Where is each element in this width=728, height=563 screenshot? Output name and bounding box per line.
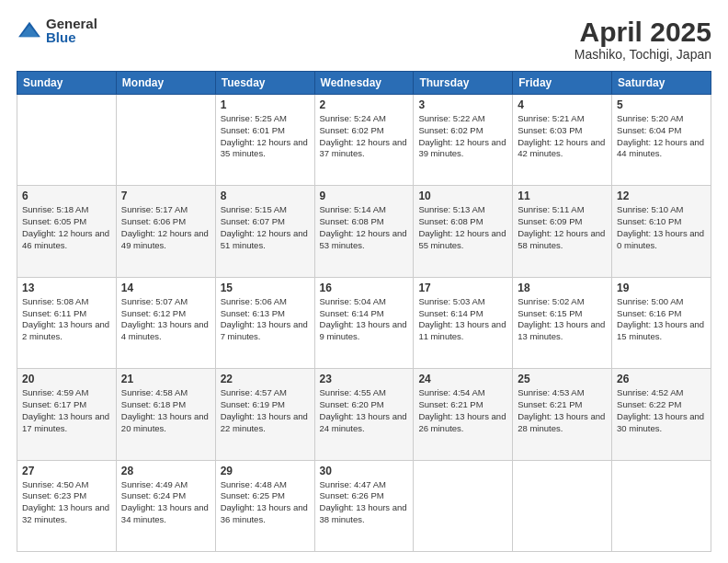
day-number: 23 (320, 373, 409, 385)
day-info: Sunrise: 4:57 AMSunset: 6:19 PMDaylight:… (221, 387, 310, 434)
table-row (116, 95, 215, 186)
calendar-table: SundayMondayTuesdayWednesdayThursdayFrid… (17, 71, 711, 552)
day-number: 12 (617, 190, 706, 202)
day-info: Sunrise: 5:24 AMSunset: 6:02 PMDaylight:… (320, 113, 409, 160)
header-friday: Friday (513, 72, 612, 95)
table-row: 21Sunrise: 4:58 AMSunset: 6:18 PMDayligh… (116, 369, 215, 460)
table-row: 30Sunrise: 4:47 AMSunset: 6:26 PMDayligh… (314, 460, 414, 551)
day-info: Sunrise: 5:22 AMSunset: 6:02 PMDaylight:… (418, 113, 507, 160)
day-info: Sunrise: 5:03 AMSunset: 6:14 PMDaylight:… (418, 296, 507, 343)
week-row-3: 13Sunrise: 5:08 AMSunset: 6:11 PMDayligh… (17, 277, 711, 368)
day-number: 26 (617, 373, 706, 385)
table-row: 7Sunrise: 5:17 AMSunset: 6:06 PMDaylight… (116, 186, 215, 277)
table-row: 5Sunrise: 5:20 AMSunset: 6:04 PMDaylight… (612, 95, 711, 186)
table-row: 17Sunrise: 5:03 AMSunset: 6:14 PMDayligh… (414, 277, 513, 368)
day-info: Sunrise: 4:54 AMSunset: 6:21 PMDaylight:… (418, 387, 507, 434)
table-row: 19Sunrise: 5:00 AMSunset: 6:16 PMDayligh… (612, 277, 711, 368)
day-number: 3 (418, 98, 507, 111)
day-info: Sunrise: 5:02 AMSunset: 6:15 PMDaylight:… (518, 296, 607, 343)
header-wednesday: Wednesday (314, 72, 414, 95)
day-number: 6 (22, 190, 111, 202)
day-info: Sunrise: 4:59 AMSunset: 6:17 PMDaylight:… (22, 387, 111, 434)
table-row: 3Sunrise: 5:22 AMSunset: 6:02 PMDaylight… (414, 95, 513, 186)
table-row (414, 460, 513, 551)
day-number: 7 (121, 190, 210, 202)
day-info: Sunrise: 5:14 AMSunset: 6:08 PMDaylight:… (320, 204, 409, 251)
table-row: 20Sunrise: 4:59 AMSunset: 6:17 PMDayligh… (17, 369, 117, 460)
table-row: 28Sunrise: 4:49 AMSunset: 6:24 PMDayligh… (116, 460, 215, 551)
table-row (17, 95, 117, 186)
day-info: Sunrise: 5:15 AMSunset: 6:07 PMDaylight:… (221, 204, 310, 251)
day-number: 13 (22, 282, 111, 294)
day-number: 25 (518, 373, 607, 385)
day-info: Sunrise: 5:07 AMSunset: 6:12 PMDaylight:… (121, 296, 210, 343)
day-info: Sunrise: 5:06 AMSunset: 6:13 PMDaylight:… (221, 296, 310, 343)
day-number: 11 (518, 190, 607, 202)
header-sunday: Sunday (17, 72, 117, 95)
day-number: 22 (221, 373, 310, 385)
day-number: 24 (418, 373, 507, 385)
day-number: 17 (418, 282, 507, 294)
day-number: 21 (121, 373, 210, 385)
table-row: 27Sunrise: 4:50 AMSunset: 6:23 PMDayligh… (17, 460, 117, 551)
table-row: 10Sunrise: 5:13 AMSunset: 6:08 PMDayligh… (414, 186, 513, 277)
day-info: Sunrise: 5:11 AMSunset: 6:09 PMDaylight:… (518, 204, 607, 251)
day-info: Sunrise: 4:49 AMSunset: 6:24 PMDaylight:… (121, 479, 210, 526)
title-block: April 2025 Mashiko, Tochigi, Japan (574, 17, 711, 62)
header-monday: Monday (116, 72, 215, 95)
table-row: 8Sunrise: 5:15 AMSunset: 6:07 PMDaylight… (215, 186, 314, 277)
table-row: 18Sunrise: 5:02 AMSunset: 6:15 PMDayligh… (513, 277, 612, 368)
day-info: Sunrise: 5:13 AMSunset: 6:08 PMDaylight:… (418, 204, 507, 251)
table-row: 23Sunrise: 4:55 AMSunset: 6:20 PMDayligh… (314, 369, 414, 460)
table-row: 13Sunrise: 5:08 AMSunset: 6:11 PMDayligh… (17, 277, 117, 368)
logo-general-text: General (46, 17, 97, 30)
header-saturday: Saturday (612, 72, 711, 95)
table-row: 2Sunrise: 5:24 AMSunset: 6:02 PMDaylight… (314, 95, 414, 186)
day-number: 18 (518, 282, 607, 294)
day-info: Sunrise: 4:48 AMSunset: 6:25 PMDaylight:… (221, 479, 310, 526)
day-info: Sunrise: 4:58 AMSunset: 6:18 PMDaylight:… (121, 387, 210, 434)
week-row-1: 1Sunrise: 5:25 AMSunset: 6:01 PMDaylight… (17, 95, 711, 186)
day-info: Sunrise: 5:08 AMSunset: 6:11 PMDaylight:… (22, 296, 111, 343)
table-row (513, 460, 612, 551)
day-info: Sunrise: 4:47 AMSunset: 6:26 PMDaylight:… (320, 479, 409, 526)
day-number: 14 (121, 282, 210, 294)
day-number: 27 (22, 465, 111, 477)
table-row: 25Sunrise: 4:53 AMSunset: 6:21 PMDayligh… (513, 369, 612, 460)
table-row: 11Sunrise: 5:11 AMSunset: 6:09 PMDayligh… (513, 186, 612, 277)
calendar-subtitle: Mashiko, Tochigi, Japan (574, 47, 711, 62)
day-number: 5 (617, 98, 706, 111)
table-row: 16Sunrise: 5:04 AMSunset: 6:14 PMDayligh… (314, 277, 414, 368)
day-number: 8 (221, 190, 310, 202)
logo-text: General Blue (46, 17, 97, 44)
day-info: Sunrise: 4:52 AMSunset: 6:22 PMDaylight:… (617, 387, 706, 434)
week-row-2: 6Sunrise: 5:18 AMSunset: 6:05 PMDaylight… (17, 186, 711, 277)
page: General Blue April 2025 Mashiko, Tochigi… (0, 0, 728, 563)
header: General Blue April 2025 Mashiko, Tochigi… (17, 17, 711, 62)
logo: General Blue (17, 17, 97, 44)
table-row: 26Sunrise: 4:52 AMSunset: 6:22 PMDayligh… (612, 369, 711, 460)
day-info: Sunrise: 5:00 AMSunset: 6:16 PMDaylight:… (617, 296, 706, 343)
day-info: Sunrise: 5:10 AMSunset: 6:10 PMDaylight:… (617, 204, 706, 251)
table-row: 24Sunrise: 4:54 AMSunset: 6:21 PMDayligh… (414, 369, 513, 460)
day-number: 15 (221, 282, 310, 294)
table-row (612, 460, 711, 551)
header-tuesday: Tuesday (215, 72, 314, 95)
day-info: Sunrise: 5:17 AMSunset: 6:06 PMDaylight:… (121, 204, 210, 251)
week-row-4: 20Sunrise: 4:59 AMSunset: 6:17 PMDayligh… (17, 369, 711, 460)
header-thursday: Thursday (414, 72, 513, 95)
day-number: 20 (22, 373, 111, 385)
table-row: 4Sunrise: 5:21 AMSunset: 6:03 PMDaylight… (513, 95, 612, 186)
logo-icon (17, 20, 42, 40)
day-number: 10 (418, 190, 507, 202)
days-header-row: SundayMondayTuesdayWednesdayThursdayFrid… (17, 72, 711, 95)
calendar-body: 1Sunrise: 5:25 AMSunset: 6:01 PMDaylight… (17, 95, 711, 552)
day-info: Sunrise: 4:53 AMSunset: 6:21 PMDaylight:… (518, 387, 607, 434)
table-row: 1Sunrise: 5:25 AMSunset: 6:01 PMDaylight… (215, 95, 314, 186)
table-row: 15Sunrise: 5:06 AMSunset: 6:13 PMDayligh… (215, 277, 314, 368)
table-row: 6Sunrise: 5:18 AMSunset: 6:05 PMDaylight… (17, 186, 117, 277)
day-info: Sunrise: 5:25 AMSunset: 6:01 PMDaylight:… (221, 113, 310, 160)
table-row: 14Sunrise: 5:07 AMSunset: 6:12 PMDayligh… (116, 277, 215, 368)
day-info: Sunrise: 5:21 AMSunset: 6:03 PMDaylight:… (518, 113, 607, 160)
calendar: SundayMondayTuesdayWednesdayThursdayFrid… (17, 71, 711, 552)
